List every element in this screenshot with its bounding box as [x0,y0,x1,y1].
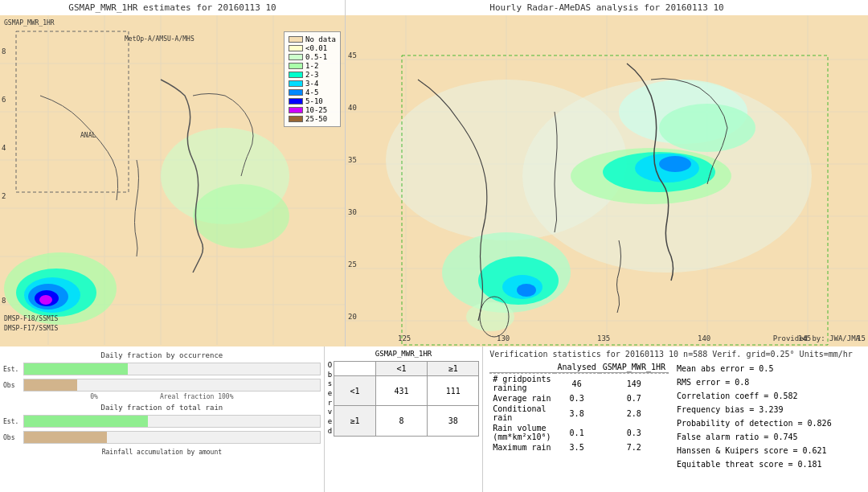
verif-stats-right: Mean abs error = 0.5 RMS error = 0.8 Cor… [677,362,862,471]
legend-label-4-5: 4-5 [305,88,318,96]
legend-label-10-25: 10-25 [305,106,327,114]
legend-color-2-3 [289,72,303,78]
svg-point-20 [39,295,52,305]
chart-bar-container-2 [23,415,321,428]
satellite-label-2: DMSP-F17/SSMIS [4,325,58,332]
legend-05-1: 0.5-1 [289,53,336,61]
lat-35: 35 [348,156,357,164]
axis-start: 0% [90,393,98,400]
stat-corr: Correlation coeff = 0.582 [677,389,862,403]
legend-3-4: 3-4 [289,80,336,88]
main-container: GSMAP_MWR_1HR estimates for 20160113 10 [0,0,868,492]
contingency-title: GSMAP_MWR_1HR [328,350,480,358]
lat-40: 40 [348,104,357,112]
legend-5-10: 5-10 [289,97,336,105]
lon-125: 125 [398,334,411,342]
right-map-title: Hourly Radar-AMeDAS analysis for 2016011… [346,0,868,15]
legend-25-50: 25-50 [289,115,336,123]
stat-freq-bias: Frequency bias = 3.239 [677,403,862,416]
contingency-cell-111: 111 [428,376,479,406]
verif-header-row: Analysed GSMAP_MWR_1HR [489,362,669,373]
verif-label-maxrain: Maximum rain [489,442,554,453]
bottom-section: Daily fraction by occurrence Est. Obs 0%… [0,346,868,492]
y-label-2: 2 [2,192,6,200]
svg-point-14 [193,184,289,248]
axis-label-1: 0% Areal fraction 100% [3,393,321,400]
verif-val-avgrain-gsmap: 0.7 [600,393,669,404]
svg-point-45 [517,284,536,297]
legend-color-001 [289,45,303,51]
chart-title-1: Daily fraction by occurrence [3,351,321,359]
contingency-cell-8: 8 [375,406,427,436]
verif-row-maxrain: Maximum rain 3.5 7.2 [489,442,669,453]
y-label-4: 4 [2,144,6,152]
verification-section: Verification statistics for 20160113 10 … [483,346,868,492]
swath-label: MetOp-A/AMSU-A/MHS [125,35,194,43]
y-label-8: 8 [2,47,6,55]
lat-45: 45 [348,51,357,59]
verif-val-gridpoints-analysed: 46 [555,374,600,394]
verif-label-rainvol: Rain volume (mm*km²x10⁶) [489,423,554,442]
gsmap-corner-label: GSMAP_MWR_1HR [4,19,55,27]
verif-table: Analysed GSMAP_MWR_1HR # gridpoints rain… [489,362,669,453]
contingency-section: GSMAP_MWR_1HR O b s e r v e d <1 [325,346,484,492]
chart-bar-obs-2 [24,432,107,443]
stat-rms: RMS error = 0.8 [677,375,862,389]
verif-left: Analysed GSMAP_MWR_1HR # gridpoints rain… [489,362,669,471]
legend-4-5: 4-5 [289,88,336,96]
legend-color-1-2 [289,63,303,69]
chart-row-est-2: Est. [3,415,321,428]
chart-bar-container-1 [23,363,321,375]
contingency-col-gte1: ≥1 [428,362,479,376]
chart-title-2: Daily fraction of total rain [3,404,321,412]
legend-001: <0.01 [289,44,336,52]
legend-nodata: No data [289,35,336,43]
verif-row-gridpoints: # gridpoints raining 46 149 [489,374,669,394]
provided-by: Provided by: JWA/JMA [773,334,860,342]
left-map-section: GSMAP_MWR_1HR estimates for 20160113 10 [0,0,346,346]
contingency-table: <1 ≥1 <1 431 111 ≥1 8 38 [334,361,479,437]
contingency-row-label-gte1: ≥1 [334,406,376,436]
verif-col-metric [489,362,554,373]
right-map-svg [346,15,868,346]
legend-color-05-1 [289,54,303,60]
svg-point-41 [659,156,691,172]
lat-20: 20 [348,313,357,321]
chart-row-est-1: Est. [3,363,321,375]
verif-val-condrain-analysed: 3.8 [555,404,600,423]
verif-val-gridpoints-gsmap: 149 [600,374,669,394]
verif-val-maxrain-analysed: 3.5 [555,442,600,453]
obs-label-1: Obs [3,382,23,389]
contingency-row-lt1: <1 431 111 [334,376,479,406]
legend-1-2: 1-2 [289,62,336,70]
bottom-right-inner: Analysed GSMAP_MWR_1HR # gridpoints rain… [489,362,862,471]
right-map-section: Hourly Radar-AMeDAS analysis for 2016011… [346,0,868,346]
axis-end: Areal fraction 100% [160,393,234,400]
legend-box: No data <0.01 0.5-1 1-2 [284,31,341,127]
left-map-canvas: DMSP-F18/SSMIS DMSP-F17/SSMIS MetOp-A/AM… [0,15,345,346]
legend-2-3: 2-3 [289,71,336,79]
legend-label-25-50: 25-50 [305,115,327,123]
legend-color-25-50 [289,116,303,122]
est-label-2: Est. [3,418,23,425]
stat-mean-abs: Mean abs error = 0.5 [677,362,862,375]
verif-col-gsmap-header: GSMAP_MWR_1HR [600,362,669,373]
verif-label-avgrain: Average rain [489,393,554,404]
legend-label-05-1: 0.5-1 [305,53,327,61]
bottom-left-charts: Daily fraction by occurrence Est. Obs 0%… [0,346,325,492]
y-label-8b: 8 [2,297,6,305]
legend-label-001: <0.01 [305,44,327,52]
verif-val-rainvol-analysed: 0.1 [555,423,600,442]
verif-label-condrain: Conditional rain [489,404,554,423]
legend-color-3-4 [289,80,303,87]
y-label-6: 6 [2,96,6,104]
verif-row-condrain: Conditional rain 3.8 2.8 [489,404,669,423]
chart-bar-obs-1 [24,379,77,391]
verif-val-maxrain-gsmap: 7.2 [600,442,669,453]
verif-val-rainvol-gsmap: 0.3 [600,423,669,442]
contingency-corner [334,362,376,376]
right-map-canvas: 45 40 35 30 25 20 125 130 135 140 145 15… [346,15,868,346]
top-section: GSMAP_MWR_1HR estimates for 20160113 10 [0,0,868,346]
legend-color-4-5 [289,89,303,96]
verif-row-rainvol: Rain volume (mm*km²x10⁶) 0.1 0.3 [489,423,669,442]
